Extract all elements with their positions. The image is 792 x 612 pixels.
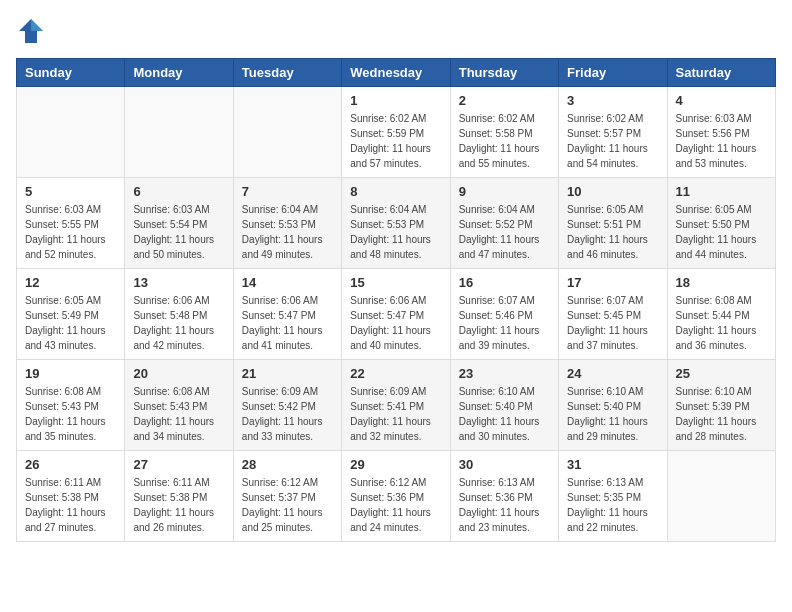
day-info: Sunrise: 6:13 AMSunset: 5:36 PMDaylight:… [459,475,550,535]
calendar-cell: 31Sunrise: 6:13 AMSunset: 5:35 PMDayligh… [559,451,667,542]
day-info: Sunrise: 6:08 AMSunset: 5:44 PMDaylight:… [676,293,767,353]
calendar-cell: 25Sunrise: 6:10 AMSunset: 5:39 PMDayligh… [667,360,775,451]
day-info: Sunrise: 6:02 AMSunset: 5:57 PMDaylight:… [567,111,658,171]
calendar-cell [17,87,125,178]
calendar-cell: 6Sunrise: 6:03 AMSunset: 5:54 PMDaylight… [125,178,233,269]
day-info: Sunrise: 6:13 AMSunset: 5:35 PMDaylight:… [567,475,658,535]
day-info: Sunrise: 6:04 AMSunset: 5:53 PMDaylight:… [242,202,333,262]
calendar-cell: 16Sunrise: 6:07 AMSunset: 5:46 PMDayligh… [450,269,558,360]
day-number: 18 [676,275,767,290]
day-info: Sunrise: 6:10 AMSunset: 5:39 PMDaylight:… [676,384,767,444]
calendar-cell: 12Sunrise: 6:05 AMSunset: 5:49 PMDayligh… [17,269,125,360]
day-info: Sunrise: 6:06 AMSunset: 5:47 PMDaylight:… [350,293,441,353]
header-monday: Monday [125,59,233,87]
header-sunday: Sunday [17,59,125,87]
calendar-week-3: 12Sunrise: 6:05 AMSunset: 5:49 PMDayligh… [17,269,776,360]
day-info: Sunrise: 6:11 AMSunset: 5:38 PMDaylight:… [133,475,224,535]
day-number: 1 [350,93,441,108]
day-info: Sunrise: 6:07 AMSunset: 5:46 PMDaylight:… [459,293,550,353]
day-info: Sunrise: 6:05 AMSunset: 5:51 PMDaylight:… [567,202,658,262]
day-info: Sunrise: 6:04 AMSunset: 5:53 PMDaylight:… [350,202,441,262]
day-number: 12 [25,275,116,290]
calendar-cell: 2Sunrise: 6:02 AMSunset: 5:58 PMDaylight… [450,87,558,178]
calendar-cell: 8Sunrise: 6:04 AMSunset: 5:53 PMDaylight… [342,178,450,269]
day-info: Sunrise: 6:05 AMSunset: 5:49 PMDaylight:… [25,293,116,353]
page-header [16,16,776,46]
day-info: Sunrise: 6:06 AMSunset: 5:48 PMDaylight:… [133,293,224,353]
calendar-cell: 10Sunrise: 6:05 AMSunset: 5:51 PMDayligh… [559,178,667,269]
day-info: Sunrise: 6:10 AMSunset: 5:40 PMDaylight:… [459,384,550,444]
calendar-cell [667,451,775,542]
calendar-cell: 4Sunrise: 6:03 AMSunset: 5:56 PMDaylight… [667,87,775,178]
day-number: 14 [242,275,333,290]
day-info: Sunrise: 6:05 AMSunset: 5:50 PMDaylight:… [676,202,767,262]
calendar-cell: 20Sunrise: 6:08 AMSunset: 5:43 PMDayligh… [125,360,233,451]
day-info: Sunrise: 6:12 AMSunset: 5:36 PMDaylight:… [350,475,441,535]
day-number: 9 [459,184,550,199]
day-info: Sunrise: 6:12 AMSunset: 5:37 PMDaylight:… [242,475,333,535]
calendar-table: SundayMondayTuesdayWednesdayThursdayFrid… [16,58,776,542]
day-info: Sunrise: 6:03 AMSunset: 5:54 PMDaylight:… [133,202,224,262]
logo [16,16,50,46]
calendar-cell: 29Sunrise: 6:12 AMSunset: 5:36 PMDayligh… [342,451,450,542]
calendar-cell [125,87,233,178]
day-number: 23 [459,366,550,381]
calendar-cell: 21Sunrise: 6:09 AMSunset: 5:42 PMDayligh… [233,360,341,451]
header-wednesday: Wednesday [342,59,450,87]
day-number: 26 [25,457,116,472]
day-info: Sunrise: 6:09 AMSunset: 5:42 PMDaylight:… [242,384,333,444]
calendar-cell: 14Sunrise: 6:06 AMSunset: 5:47 PMDayligh… [233,269,341,360]
header-saturday: Saturday [667,59,775,87]
calendar-cell: 22Sunrise: 6:09 AMSunset: 5:41 PMDayligh… [342,360,450,451]
day-number: 16 [459,275,550,290]
calendar-cell: 17Sunrise: 6:07 AMSunset: 5:45 PMDayligh… [559,269,667,360]
day-info: Sunrise: 6:04 AMSunset: 5:52 PMDaylight:… [459,202,550,262]
header-tuesday: Tuesday [233,59,341,87]
calendar-week-4: 19Sunrise: 6:08 AMSunset: 5:43 PMDayligh… [17,360,776,451]
day-info: Sunrise: 6:11 AMSunset: 5:38 PMDaylight:… [25,475,116,535]
calendar-cell: 13Sunrise: 6:06 AMSunset: 5:48 PMDayligh… [125,269,233,360]
day-info: Sunrise: 6:06 AMSunset: 5:47 PMDaylight:… [242,293,333,353]
day-number: 8 [350,184,441,199]
day-number: 20 [133,366,224,381]
calendar-cell: 9Sunrise: 6:04 AMSunset: 5:52 PMDaylight… [450,178,558,269]
day-number: 31 [567,457,658,472]
day-number: 24 [567,366,658,381]
calendar-header-row: SundayMondayTuesdayWednesdayThursdayFrid… [17,59,776,87]
day-info: Sunrise: 6:02 AMSunset: 5:59 PMDaylight:… [350,111,441,171]
day-info: Sunrise: 6:08 AMSunset: 5:43 PMDaylight:… [25,384,116,444]
calendar-cell: 30Sunrise: 6:13 AMSunset: 5:36 PMDayligh… [450,451,558,542]
day-number: 25 [676,366,767,381]
calendar-week-1: 1Sunrise: 6:02 AMSunset: 5:59 PMDaylight… [17,87,776,178]
calendar-cell [233,87,341,178]
day-number: 7 [242,184,333,199]
day-number: 4 [676,93,767,108]
calendar-cell: 23Sunrise: 6:10 AMSunset: 5:40 PMDayligh… [450,360,558,451]
day-number: 21 [242,366,333,381]
calendar-cell: 24Sunrise: 6:10 AMSunset: 5:40 PMDayligh… [559,360,667,451]
calendar-cell: 7Sunrise: 6:04 AMSunset: 5:53 PMDaylight… [233,178,341,269]
calendar-cell: 26Sunrise: 6:11 AMSunset: 5:38 PMDayligh… [17,451,125,542]
calendar-cell: 19Sunrise: 6:08 AMSunset: 5:43 PMDayligh… [17,360,125,451]
calendar-cell: 3Sunrise: 6:02 AMSunset: 5:57 PMDaylight… [559,87,667,178]
day-number: 15 [350,275,441,290]
day-number: 2 [459,93,550,108]
day-number: 13 [133,275,224,290]
day-number: 29 [350,457,441,472]
day-info: Sunrise: 6:03 AMSunset: 5:55 PMDaylight:… [25,202,116,262]
calendar-cell: 1Sunrise: 6:02 AMSunset: 5:59 PMDaylight… [342,87,450,178]
logo-icon [16,16,46,46]
day-number: 6 [133,184,224,199]
day-number: 28 [242,457,333,472]
calendar-cell: 11Sunrise: 6:05 AMSunset: 5:50 PMDayligh… [667,178,775,269]
day-number: 11 [676,184,767,199]
day-info: Sunrise: 6:08 AMSunset: 5:43 PMDaylight:… [133,384,224,444]
calendar-week-5: 26Sunrise: 6:11 AMSunset: 5:38 PMDayligh… [17,451,776,542]
day-number: 27 [133,457,224,472]
day-number: 30 [459,457,550,472]
calendar-cell: 15Sunrise: 6:06 AMSunset: 5:47 PMDayligh… [342,269,450,360]
day-number: 3 [567,93,658,108]
day-info: Sunrise: 6:02 AMSunset: 5:58 PMDaylight:… [459,111,550,171]
calendar-cell: 5Sunrise: 6:03 AMSunset: 5:55 PMDaylight… [17,178,125,269]
calendar-cell: 18Sunrise: 6:08 AMSunset: 5:44 PMDayligh… [667,269,775,360]
